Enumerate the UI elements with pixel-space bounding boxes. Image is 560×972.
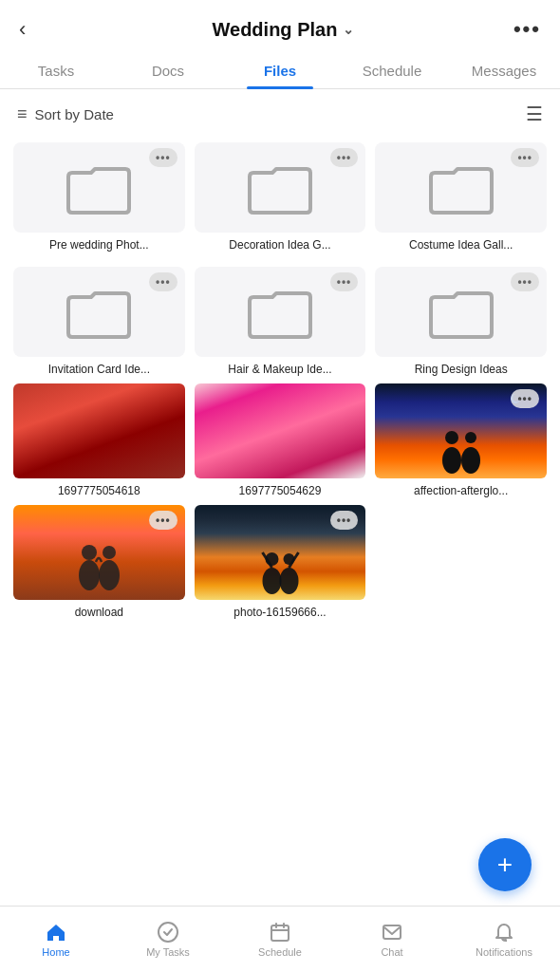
folder-more-button[interactable]: ••• (330, 272, 359, 291)
tab-messages[interactable]: Messages (448, 51, 560, 88)
bottom-nav-bar: Home My Tasks Schedule Chat Notification… (0, 906, 560, 972)
nav-label-tasks: My Tasks (146, 946, 190, 958)
schedule-icon (269, 921, 291, 944)
folder-icon (427, 159, 495, 216)
list-view-icon[interactable]: ☰ (526, 103, 543, 125)
tab-docs[interactable]: Docs (112, 51, 224, 88)
home-icon (45, 921, 67, 944)
image-thumbnail: ••• (13, 505, 185, 600)
svg-rect-14 (383, 925, 401, 939)
folder-more-button[interactable]: ••• (149, 272, 177, 291)
tasks-icon (157, 921, 179, 944)
header-title: Wedding Plan ⌄ (213, 19, 355, 41)
title-text: Wedding Plan (213, 19, 338, 41)
couple-beach-silhouette (249, 543, 310, 595)
image-more-button[interactable]: ••• (330, 511, 359, 530)
nav-item-schedule[interactable]: Schedule (224, 913, 336, 965)
folder-item[interactable]: ••• Hair & Makeup Ide... (191, 259, 370, 382)
folder-icon-container: ••• (195, 267, 366, 357)
folder-name: Invitation Card Ide... (13, 363, 185, 376)
folder-icon-container: ••• (13, 142, 185, 233)
bell-icon (493, 921, 515, 944)
svg-rect-13 (271, 925, 289, 941)
folder-item[interactable]: ••• Pre wedding Phot... (9, 135, 189, 257)
image-name: download (13, 606, 185, 619)
svg-point-0 (442, 447, 461, 474)
file-grid: ••• Pre wedding Phot... ••• Decoration I… (0, 135, 560, 625)
tab-tasks[interactable]: Tasks (0, 51, 112, 88)
add-fab-button[interactable]: + (478, 838, 532, 891)
sort-label: Sort by Date (35, 106, 114, 122)
folder-item[interactable]: ••• Invitation Card Ide... (9, 259, 189, 382)
moon-icon (509, 391, 524, 406)
folder-item[interactable]: ••• Ring Design Ideas (371, 259, 551, 382)
image-item[interactable]: 1697775054618 (9, 383, 189, 503)
nav-label-notifications: Notifications (476, 946, 532, 958)
chat-icon (381, 921, 403, 944)
image-thumbnail (195, 383, 366, 478)
image-item[interactable]: ••• photo-16159666... (191, 505, 370, 625)
image-more-button[interactable]: ••• (149, 511, 177, 530)
image-thumbnail: ••• (375, 383, 547, 478)
svg-point-6 (99, 560, 120, 590)
folder-icon (246, 284, 314, 341)
sort-icon: ≡ (17, 104, 28, 124)
tab-bar: Tasks Docs Files Schedule Messages (0, 51, 560, 89)
svg-point-8 (262, 568, 281, 594)
image-item[interactable]: ••• download (9, 505, 189, 625)
folder-name: Costume Idea Gall... (375, 238, 547, 252)
svg-point-4 (79, 560, 100, 590)
svg-point-5 (82, 545, 97, 560)
folder-more-button[interactable]: ••• (149, 148, 177, 167)
folder-icon-container: ••• (375, 267, 547, 357)
svg-point-7 (103, 546, 116, 559)
chevron-down-icon[interactable]: ⌄ (343, 22, 354, 37)
sort-bar: ≡ Sort by Date ☰ (0, 89, 560, 135)
image-item[interactable]: 1697775054629 (191, 383, 370, 503)
folder-icon-container: ••• (375, 142, 547, 233)
folder-icon-container: ••• (13, 267, 185, 357)
folder-more-button[interactable]: ••• (511, 148, 539, 167)
sort-button[interactable]: ≡ Sort by Date (17, 104, 114, 124)
nav-label-chat: Chat (381, 946, 402, 958)
nav-item-notifications[interactable]: Notifications (448, 913, 560, 965)
image-item[interactable]: ••• affection-afterglo... (371, 383, 551, 503)
folder-icon-container: ••• (195, 142, 366, 233)
folder-more-button[interactable]: ••• (511, 272, 539, 291)
folder-icon (65, 159, 133, 216)
tab-files[interactable]: Files (224, 51, 336, 88)
more-options-button[interactable]: ••• (513, 17, 541, 42)
nav-label-schedule: Schedule (258, 946, 302, 958)
folder-icon (65, 284, 133, 341)
back-button[interactable]: ‹ (19, 17, 53, 42)
folder-icon (427, 284, 495, 341)
folder-item[interactable]: ••• Decoration Idea G... (191, 135, 370, 257)
svg-point-3 (465, 432, 476, 443)
image-name: 1697775054629 (195, 484, 366, 497)
nav-item-tasks[interactable]: My Tasks (112, 913, 224, 965)
folder-more-button[interactable]: ••• (330, 148, 359, 167)
image-thumbnail: ••• (195, 505, 366, 600)
image-name: photo-16159666... (195, 606, 366, 619)
tab-schedule[interactable]: Schedule (336, 51, 448, 88)
nav-label-home: Home (42, 946, 69, 958)
svg-point-2 (461, 447, 480, 474)
svg-point-1 (445, 431, 458, 444)
header: ‹ Wedding Plan ⌄ ••• (0, 0, 560, 51)
folder-name: Ring Design Ideas (375, 363, 547, 376)
nav-item-home[interactable]: Home (0, 913, 112, 965)
image-thumbnail (13, 383, 185, 478)
image-name: 1697775054618 (13, 484, 185, 497)
folder-name: Decoration Idea G... (195, 238, 366, 252)
nav-item-chat[interactable]: Chat (336, 913, 448, 965)
couple-heart-silhouette (65, 535, 132, 592)
image-name: affection-afterglo... (375, 484, 547, 497)
couple-silhouette (433, 422, 490, 475)
svg-point-10 (279, 568, 298, 594)
folder-icon (246, 159, 314, 216)
folder-name: Pre wedding Phot... (13, 238, 185, 252)
folder-item[interactable]: ••• Costume Idea Gall... (371, 135, 551, 257)
folder-name: Hair & Makeup Ide... (195, 363, 366, 376)
svg-point-12 (159, 923, 177, 942)
